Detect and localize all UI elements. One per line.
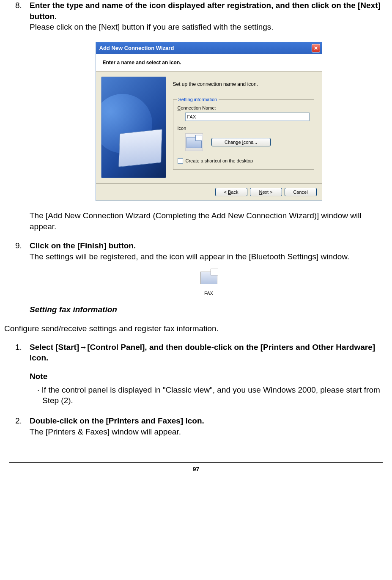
- after-wizard-text: The [Add New Connection Wizard (Completi…: [30, 210, 388, 232]
- section-heading: Setting fax information: [30, 304, 388, 315]
- connection-name-label: Connection Name:: [178, 105, 310, 111]
- wizard-title: Add New Connection Wizard: [99, 44, 174, 52]
- wizard-titlebar: Add New Connection Wizard ✕: [96, 42, 322, 54]
- step2-heading: Double-click on the [Printers and Faxes]…: [30, 416, 204, 425]
- note-body: · If the control panel is displayed in "…: [42, 385, 388, 406]
- cancel-button[interactable]: Cancel: [285, 188, 317, 196]
- shortcut-checkbox[interactable]: [178, 158, 183, 164]
- fax-icon: [186, 137, 202, 148]
- wizard-banner: Enter a name and select an icon.: [96, 54, 322, 71]
- step-number-2: 2.: [15, 415, 22, 426]
- fax-desktop-icon: FAX: [198, 272, 220, 297]
- wizard-side-graphic: [101, 77, 166, 178]
- step-number-9: 9.: [15, 240, 22, 251]
- footer-rule: [9, 462, 383, 463]
- step1-heading: Select [Start]→[Control Panel], and then…: [30, 343, 375, 363]
- step-number-8: 8.: [15, 0, 22, 11]
- step9-body: The settings will be registered, and the…: [30, 252, 349, 261]
- step8-body: Please click on the [Next] button if you…: [30, 22, 274, 31]
- page-number: 97: [4, 465, 388, 473]
- back-button[interactable]: < Back: [215, 188, 247, 196]
- wizard-instruction: Set up the connection name and icon.: [173, 81, 314, 88]
- step8-heading: Enter the type and name of the icon disp…: [30, 1, 381, 21]
- step2-body: The [Printers & Faxes] window will appea…: [30, 427, 181, 436]
- step-number-1: 1.: [15, 342, 22, 353]
- fax-graphic: [118, 129, 162, 167]
- icon-label: Icon: [178, 125, 310, 132]
- change-icons-button[interactable]: Change Icons...: [211, 138, 271, 146]
- step9-heading: Click on the [Finish] button.: [30, 241, 136, 250]
- group-title: Setting information: [177, 96, 219, 103]
- next-button[interactable]: Next >: [250, 188, 282, 196]
- wizard-banner-text: Enter a name and select an icon.: [103, 60, 181, 66]
- fax-icon-small: [200, 272, 217, 284]
- intro-paragraph: Configure send/receive settings and regi…: [4, 323, 388, 334]
- fax-icon-label: FAX: [198, 290, 220, 297]
- connection-name-input[interactable]: [185, 113, 310, 121]
- close-icon[interactable]: ✕: [312, 44, 320, 52]
- icon-preview: [185, 133, 203, 151]
- shortcut-label: Create a shortcut on the desktop: [186, 158, 253, 164]
- setting-info-group: Setting information Connection Name: Ico…: [173, 99, 314, 170]
- note-label: Note: [30, 371, 388, 382]
- wizard-screenshot: Add New Connection Wizard ✕ Enter a name…: [96, 42, 322, 201]
